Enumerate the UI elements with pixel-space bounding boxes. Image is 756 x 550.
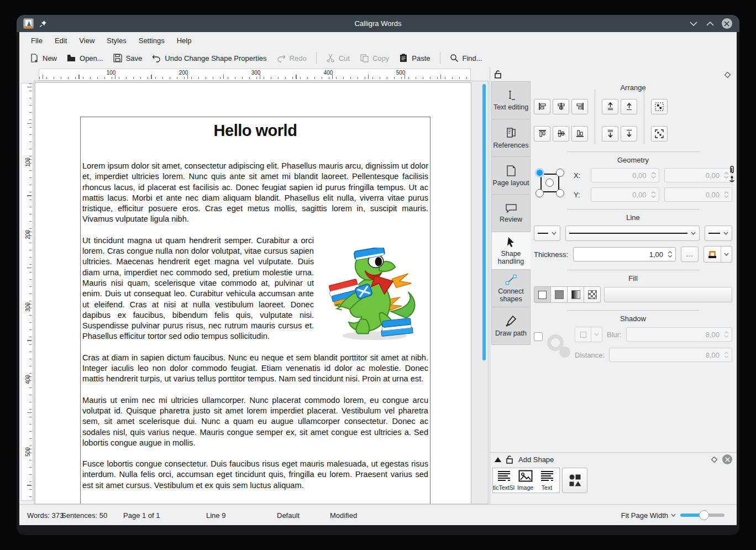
align-bottom-icon <box>576 129 584 138</box>
ungroup-button[interactable] <box>651 126 668 142</box>
close-docker-button[interactable] <box>722 454 732 464</box>
anchor-top-left[interactable] <box>535 168 544 177</box>
align-left-icon <box>538 102 547 111</box>
bring-to-front-button[interactable] <box>602 99 618 114</box>
tab-review[interactable]: Review <box>491 194 531 232</box>
document-page[interactable]: Hello world Lorem ipsum dolor sit amet, … <box>35 82 471 504</box>
document-heading: Hello world <box>82 122 428 140</box>
references-icon <box>505 127 517 139</box>
redo-icon <box>277 54 286 62</box>
save-button[interactable]: Save <box>108 51 148 65</box>
tab-shape-handling[interactable]: Shape handling <box>491 232 531 270</box>
redo-button: Redo <box>272 51 312 65</box>
menu-file[interactable]: File <box>25 34 49 47</box>
anchor-center[interactable] <box>545 179 554 187</box>
paste-button[interactable]: Paste <box>394 51 435 65</box>
horizontal-ruler: 100 200 300 400 500 <box>39 69 471 81</box>
chevron-down-icon <box>691 232 696 235</box>
konqi-image[interactable] <box>319 235 428 350</box>
collapse-docker-button[interactable] <box>495 457 501 462</box>
fill-none-button[interactable] <box>534 286 551 303</box>
thickness-spinbox[interactable]: 1,00 <box>573 247 676 261</box>
maximize-button[interactable] <box>704 18 716 30</box>
word-count: Words: 373 <box>27 511 64 520</box>
line-cap-style-button[interactable] <box>704 246 732 263</box>
vertical-scrollbar[interactable] <box>482 84 486 360</box>
anchor-bottom-right[interactable] <box>556 189 564 197</box>
paste-clipboard-icon <box>399 54 408 62</box>
find-button[interactable]: Find... <box>445 51 487 65</box>
tab-references[interactable]: References <box>491 119 531 157</box>
align-right-button[interactable] <box>571 99 588 114</box>
docker-lock-icon[interactable] <box>506 455 513 464</box>
fill-section-title: Fill <box>534 274 732 282</box>
save-icon <box>113 54 122 62</box>
search-icon <box>450 54 459 62</box>
menu-help[interactable]: Help <box>171 34 198 47</box>
fill-solid-icon <box>555 290 564 299</box>
shadow-enable-checkbox[interactable] <box>534 332 543 341</box>
minimize-button[interactable] <box>687 18 700 30</box>
tab-draw-path[interactable]: Draw path <box>491 307 531 345</box>
shapes-icon <box>568 474 581 487</box>
undo-button[interactable]: Undo Change Shape Properties <box>147 51 271 65</box>
shadow-color-icon <box>575 327 591 342</box>
zoom-mode-dropdown[interactable]: Fit Page Width <box>621 511 676 520</box>
lower-shape-icon <box>625 129 633 138</box>
text-frame[interactable]: Hello world Lorem ipsum dolor sit amet, … <box>80 117 431 504</box>
anchor-top-right[interactable] <box>556 169 564 177</box>
static-text-shape-item[interactable]: ticTextSl <box>493 468 514 493</box>
menu-styles[interactable]: Styles <box>101 34 132 47</box>
shape-options-panel: Arrange <box>534 80 732 362</box>
thickness-label: Thickness: <box>534 250 568 259</box>
image-shape-item[interactable]: Image <box>514 468 536 493</box>
menu-edit[interactable]: Edit <box>49 34 73 47</box>
align-top-button[interactable] <box>534 126 550 142</box>
docker-float-icon[interactable] <box>711 457 717 463</box>
paragraph-5: Fusce lobortis congue consectetur. Duis … <box>82 459 428 491</box>
shape-collections-button[interactable] <box>562 468 587 493</box>
align-bottom-button[interactable] <box>571 126 588 142</box>
docker-lock-icon[interactable] <box>495 70 502 78</box>
anchor-position-selector[interactable] <box>537 170 563 196</box>
open-folder-icon <box>67 54 76 62</box>
titlebar: Calligra Words <box>17 15 739 32</box>
text-shape-item[interactable]: Text <box>536 468 558 493</box>
open-button[interactable]: Open... <box>62 51 108 65</box>
new-button[interactable]: New <box>25 51 62 65</box>
tool-tabs: Text editing References Page layout Revi… <box>491 82 531 345</box>
close-button[interactable] <box>721 18 733 30</box>
line-start-marker-combo[interactable] <box>534 226 560 241</box>
pin-icon[interactable] <box>39 20 47 28</box>
align-hcenter-button[interactable] <box>553 99 569 114</box>
align-left-button[interactable] <box>534 99 550 114</box>
toolbar-separator <box>316 52 317 64</box>
document-canvas[interactable]: Hello world Lorem ipsum dolor sit amet, … <box>34 81 489 504</box>
line-style-combo[interactable] <box>565 226 700 241</box>
menu-settings[interactable]: Settings <box>133 34 171 47</box>
toolbar: New Open... Save Undo Change Shape Prope… <box>19 49 737 67</box>
lower-button[interactable] <box>621 126 637 142</box>
line-end-marker-combo[interactable] <box>705 226 732 241</box>
anchor-bottom-left[interactable] <box>536 189 544 197</box>
text-shape-icon <box>540 470 554 483</box>
zoom-slider-handle[interactable] <box>699 510 709 520</box>
tab-text-editing[interactable]: Text editing <box>491 81 531 119</box>
align-vcenter-button[interactable] <box>553 126 569 142</box>
send-to-back-button[interactable] <box>602 126 618 142</box>
line-more-options-button[interactable]: ... <box>681 247 699 262</box>
tab-connect-shapes[interactable]: Connect shapes <box>491 269 531 307</box>
fill-pattern-button[interactable] <box>584 286 601 303</box>
app-icon[interactable] <box>23 18 34 29</box>
group-button[interactable] <box>651 99 668 114</box>
menu-view[interactable]: View <box>73 34 101 47</box>
raise-button[interactable] <box>621 99 637 114</box>
app-window: Calligra Words File Edit View Styles Set… <box>17 15 739 535</box>
docker-float-icon[interactable] <box>725 72 731 78</box>
cut-button: Cut <box>321 51 355 65</box>
arrange-separator <box>595 90 595 117</box>
fill-solid-button[interactable] <box>550 286 568 303</box>
zoom-slider[interactable] <box>680 510 725 521</box>
fill-gradient-button[interactable] <box>567 286 584 303</box>
tab-page-layout[interactable]: Page layout <box>491 156 531 195</box>
